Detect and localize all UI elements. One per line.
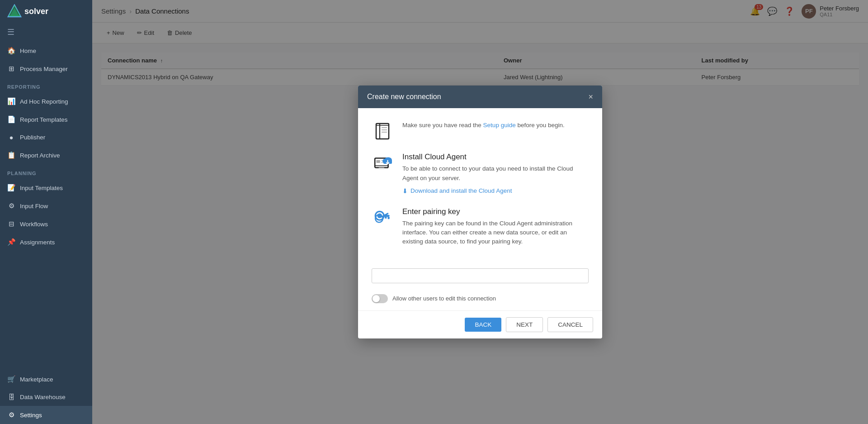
pairing-key-input[interactable] [372, 268, 589, 283]
setup-text-prefix: Make sure you have read the [402, 122, 483, 129]
key-icon [372, 207, 393, 227]
logo: solver [0, 0, 92, 23]
cloud-agent-text: To be able to connect to your data you n… [402, 164, 589, 183]
ad-hoc-icon: 📊 [7, 97, 15, 105]
reporting-section-label: REPORTING [0, 78, 92, 92]
svg-rect-10 [376, 160, 380, 163]
planning-section-label: PLANNING [0, 164, 92, 179]
sidebar-item-workflows[interactable]: ⊟ Workflows [0, 215, 92, 233]
sidebar-item-label: Ad Hoc Reporting [20, 98, 68, 105]
download-label: Download and install the Cloud Agent [410, 187, 512, 194]
create-connection-modal: Create new connection × [358, 86, 602, 338]
pairing-key-input-area [358, 268, 602, 291]
next-button[interactable]: NEXT [506, 317, 543, 332]
workflows-icon: ⊟ [7, 220, 15, 228]
solver-logo-icon [7, 4, 22, 19]
sidebar-item-label: Assignments [20, 239, 55, 246]
sidebar-item-label: Input Flow [20, 203, 48, 210]
install-cloud-agent-section: Install Cloud Agent To be able to connec… [372, 152, 589, 195]
marketplace-icon: 🛒 [7, 375, 15, 383]
sidebar-item-marketplace[interactable]: 🛒 Marketplace [0, 370, 92, 388]
sidebar: solver ☰ 🏠 Home ⊞ Process Manager REPORT… [0, 0, 92, 424]
sidebar-item-input-templates[interactable]: 📝 Input Templates [0, 179, 92, 197]
sidebar-item-label: Report Templates [20, 116, 68, 123]
report-templates-icon: 📄 [7, 115, 15, 124]
svg-rect-3 [376, 124, 389, 139]
setup-guide-link[interactable]: Setup guide [483, 122, 516, 129]
sidebar-item-label: Settings [20, 412, 42, 419]
sidebar-item-label: Publisher [20, 134, 45, 141]
sidebar-item-settings[interactable]: ⚙ Settings [0, 406, 92, 424]
modal-body: Make sure you have read the Setup guide … [358, 108, 602, 268]
sidebar-item-label: Home [20, 48, 36, 54]
pairing-key-title: Enter pairing key [402, 207, 589, 216]
modal-close-button[interactable]: × [588, 93, 593, 101]
book-icon [372, 121, 393, 140]
cancel-button[interactable]: CANCEL [547, 317, 593, 332]
sidebar-item-input-flow[interactable]: ⚙ Input Flow [0, 197, 92, 215]
pairing-key-content: Enter pairing key The pairing key can be… [402, 207, 589, 247]
setup-guide-text: Make sure you have read the Setup guide … [402, 121, 589, 130]
cloud-agent-icon [372, 152, 393, 172]
sidebar-item-label: Marketplace [20, 376, 53, 383]
sidebar-item-report-templates[interactable]: 📄 Report Templates [0, 110, 92, 129]
sidebar-item-label: Input Templates [20, 185, 63, 191]
sidebar-item-report-archive[interactable]: 📋 Report Archive [0, 146, 92, 164]
allow-edit-label: Allow other users to edit this connectio… [392, 295, 496, 302]
setup-guide-content: Make sure you have read the Setup guide … [402, 121, 589, 130]
modal-overlay: Create new connection × [92, 0, 868, 424]
svg-rect-14 [379, 168, 385, 169]
home-icon: 🏠 [7, 47, 15, 55]
data-warehouse-icon: 🗄 [7, 393, 15, 401]
sidebar-item-home[interactable]: 🏠 Home [0, 42, 92, 60]
allow-edit-toggle[interactable] [372, 294, 388, 303]
back-button[interactable]: BACK [465, 318, 501, 332]
modal-title: Create new connection [367, 93, 441, 101]
input-flow-icon: ⚙ [7, 202, 15, 210]
main-content: Settings › Data Connections 🔔 13 💬 ❓ PF … [92, 0, 868, 424]
setup-guide-section: Make sure you have read the Setup guide … [372, 121, 589, 140]
svg-line-28 [384, 215, 385, 217]
download-icon: ⬇ [402, 187, 408, 195]
sidebar-item-label: Process Manager [20, 66, 68, 72]
svg-rect-23 [388, 217, 390, 219]
menu-toggle[interactable]: ☰ [0, 23, 92, 42]
sidebar-item-data-warehouse[interactable]: 🗄 Data Warehouse [0, 388, 92, 406]
modal-header: Create new connection × [358, 86, 602, 108]
book-svg [373, 122, 392, 140]
key-svg [373, 208, 392, 227]
setup-text-suffix: before you begin. [516, 122, 565, 129]
publisher-icon: ● [7, 133, 15, 141]
sidebar-item-assignments[interactable]: 📌 Assignments [0, 233, 92, 251]
settings-icon: ⚙ [7, 411, 15, 419]
sidebar-item-process-manager[interactable]: ⊞ Process Manager [0, 60, 92, 78]
download-cloud-agent-link[interactable]: ⬇ Download and install the Cloud Agent [402, 187, 589, 195]
process-manager-icon: ⊞ [7, 65, 15, 73]
cloud-agent-title: Install Cloud Agent [402, 152, 589, 162]
cloud-agent-content: Install Cloud Agent To be able to connec… [402, 152, 589, 195]
allow-edit-toggle-row: Allow other users to edit this connectio… [358, 291, 602, 310]
sidebar-item-label: Data Warehouse [20, 394, 66, 400]
pairing-key-section: Enter pairing key The pairing key can be… [372, 207, 589, 247]
sidebar-item-ad-hoc-reporting[interactable]: 📊 Ad Hoc Reporting [0, 92, 92, 110]
pairing-key-text: The pairing key can be found in the Clou… [402, 219, 589, 247]
logo-text: solver [24, 7, 48, 16]
cloud-agent-svg [373, 153, 392, 172]
report-archive-icon: 📋 [7, 151, 15, 159]
sidebar-item-publisher[interactable]: ● Publisher [0, 129, 92, 146]
modal-footer: BACK NEXT CANCEL [358, 310, 602, 338]
sidebar-item-label: Report Archive [20, 152, 60, 159]
assignments-icon: 📌 [7, 238, 15, 246]
input-templates-icon: 📝 [7, 184, 15, 192]
sidebar-item-label: Workflows [20, 221, 48, 228]
